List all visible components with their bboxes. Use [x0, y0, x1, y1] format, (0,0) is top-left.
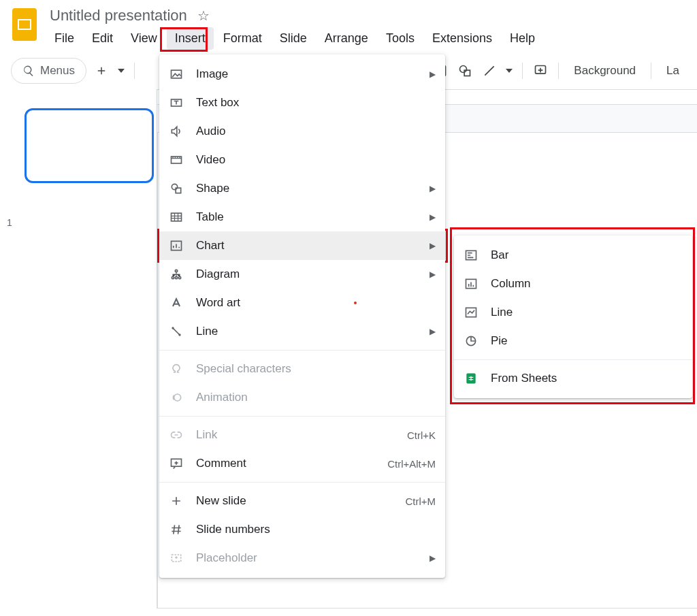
dd-label: Shape: [196, 182, 229, 195]
dd-label: Special characters: [196, 362, 291, 376]
menu-tools[interactable]: Tools: [378, 27, 423, 50]
svg-rect-26: [466, 250, 476, 259]
hash-icon: [169, 522, 184, 537]
background-button[interactable]: Background: [567, 60, 643, 82]
menu-extensions[interactable]: Extensions: [424, 27, 500, 50]
insert-slide-numbers[interactable]: Slide numbers: [159, 515, 445, 544]
insert-link: Link Ctrl+K: [159, 421, 445, 449]
new-slide-button[interactable]: [92, 61, 111, 80]
insert-comment[interactable]: Comment Ctrl+Alt+M: [159, 449, 445, 478]
dropdown-arrow-icon[interactable]: [506, 65, 513, 77]
svg-point-12: [172, 184, 177, 189]
menu-slide[interactable]: Slide: [272, 27, 315, 50]
dd-label: New slide: [196, 494, 246, 508]
dd-shortcut: Ctrl+M: [405, 496, 436, 507]
menu-arrange[interactable]: Arrange: [317, 27, 376, 50]
line-chart-icon: [464, 305, 479, 320]
dd-label: Table: [196, 210, 224, 224]
dropdown-arrow-icon[interactable]: [118, 65, 125, 77]
menu-insert[interactable]: Insert: [167, 27, 214, 50]
comment-icon[interactable]: [531, 61, 550, 80]
dd-label: Bar: [491, 248, 508, 262]
submenu-arrow-icon: ▶: [429, 553, 436, 563]
menu-view[interactable]: View: [123, 27, 165, 50]
star-icon[interactable]: ☆: [197, 7, 210, 24]
plus-icon: [169, 493, 184, 508]
svg-line-7: [485, 66, 494, 75]
special-chars-icon: [169, 361, 184, 376]
svg-line-22: [173, 328, 180, 335]
dd-label: Word art: [196, 296, 240, 310]
insert-line[interactable]: Line ▶: [159, 317, 445, 346]
menu-help[interactable]: Help: [502, 27, 543, 50]
dd-label: Video: [196, 153, 225, 167]
insert-diagram[interactable]: Diagram ▶: [159, 260, 445, 289]
chart-pie[interactable]: Pie: [454, 327, 692, 355]
menubar: File Edit View Insert Format Slide Arran…: [46, 27, 686, 50]
layout-button-partial[interactable]: La: [660, 60, 686, 82]
svg-point-23: [174, 394, 181, 401]
dd-shortcut: Ctrl+K: [407, 429, 436, 441]
toolbar-divider: [558, 63, 559, 79]
dd-label: Placeholder: [196, 551, 257, 565]
insert-wordart[interactable]: Word art: [159, 289, 445, 317]
video-icon: [169, 152, 184, 167]
insert-image[interactable]: Image ▶: [159, 60, 445, 88]
toolbar-divider: [134, 63, 135, 79]
chart-from-sheets[interactable]: From Sheets: [454, 364, 692, 393]
dd-label: Text box: [196, 96, 239, 110]
toolbar-divider: [522, 63, 523, 79]
menu-edit[interactable]: Edit: [84, 27, 121, 50]
svg-rect-14: [172, 213, 182, 221]
comment-icon: [169, 456, 184, 471]
submenu-arrow-icon: ▶: [429, 241, 436, 250]
slide-number: 1: [7, 217, 12, 228]
dropdown-separator: [159, 482, 445, 483]
dd-label: Line: [196, 325, 218, 338]
menu-file[interactable]: File: [46, 27, 82, 50]
line-icon[interactable]: [480, 61, 499, 80]
table-icon: [169, 210, 184, 225]
insert-textbox[interactable]: Text box: [159, 88, 445, 117]
insert-special-chars: Special characters: [159, 355, 445, 383]
submenu-arrow-icon: ▶: [429, 212, 436, 222]
chart-submenu: Bar Column Line Pie From Sheets: [454, 236, 692, 398]
line-icon: [169, 324, 184, 339]
svg-point-19: [178, 276, 180, 278]
header: Untitled presentation ☆ File Edit View I…: [0, 0, 697, 50]
svg-rect-2: [19, 20, 30, 29]
slide-thumbnail-1[interactable]: [25, 108, 154, 183]
insert-new-slide[interactable]: New slide Ctrl+M: [159, 487, 445, 515]
insert-table[interactable]: Table ▶: [159, 203, 445, 231]
insert-video[interactable]: Video: [159, 146, 445, 174]
submenu-arrow-icon: ▶: [429, 327, 436, 336]
dd-label: Column: [491, 277, 531, 291]
shape-icon: [169, 181, 184, 196]
search-icon: [22, 65, 35, 77]
dropdown-separator: [159, 416, 445, 417]
menu-format[interactable]: Format: [215, 27, 270, 50]
insert-shape[interactable]: Shape ▶: [159, 174, 445, 203]
wordart-icon: [169, 295, 184, 310]
shape-icon[interactable]: [455, 61, 474, 80]
dd-label: From Sheets: [491, 372, 557, 385]
submenu-arrow-icon: ▶: [429, 69, 436, 79]
insert-chart[interactable]: Chart ▶: [159, 231, 445, 260]
dropdown-separator: [159, 350, 445, 351]
svg-rect-6: [465, 70, 470, 76]
chart-column[interactable]: Column: [454, 270, 692, 298]
chart-bar[interactable]: Bar: [454, 241, 692, 270]
dd-label: Image: [196, 67, 228, 81]
dd-label: Animation: [196, 391, 248, 404]
svg-point-17: [172, 276, 174, 278]
bar-chart-icon: [464, 248, 479, 263]
svg-point-16: [175, 270, 177, 272]
submenu-arrow-icon: ▶: [429, 184, 436, 193]
title-area: Untitled presentation ☆ File Edit View I…: [46, 5, 686, 50]
doc-title[interactable]: Untitled presentation: [46, 5, 191, 26]
search-menus[interactable]: Menus: [11, 58, 86, 84]
image-icon: [169, 67, 184, 82]
chart-line[interactable]: Line: [454, 298, 692, 327]
chart-icon: [169, 238, 184, 253]
insert-audio[interactable]: Audio: [159, 117, 445, 146]
